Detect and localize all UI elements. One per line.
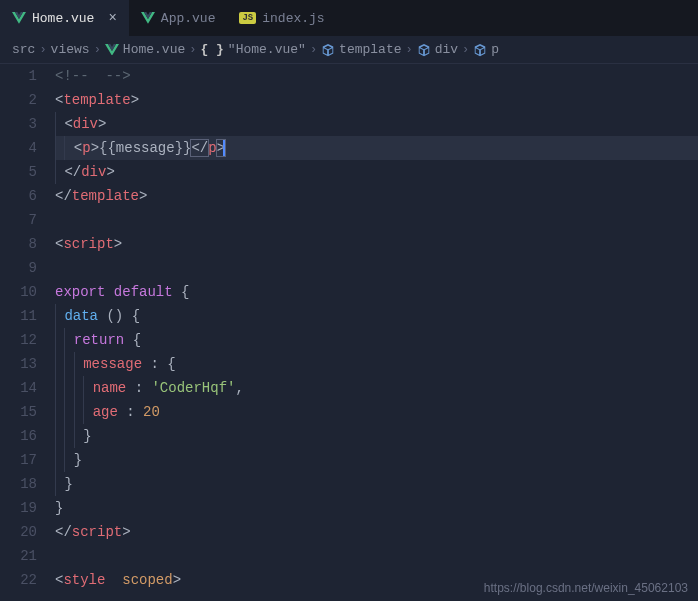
vue-icon <box>12 12 26 24</box>
code-token: scoped <box>122 572 172 588</box>
code-token: { <box>181 284 189 300</box>
code-token: } <box>74 452 82 468</box>
chevron-right-icon: › <box>462 43 469 57</box>
tab-label: App.vue <box>161 11 216 26</box>
code-token: } <box>64 476 72 492</box>
cube-icon <box>321 43 335 57</box>
code-token: style <box>63 572 105 588</box>
breadcrumb: src › views › Home.vue › { } "Home.vue" … <box>0 36 698 64</box>
code-token: {{message}} <box>99 140 191 156</box>
code-token: > <box>98 116 106 132</box>
code-token: div <box>81 164 106 180</box>
code-token: default <box>114 284 173 300</box>
chevron-right-icon: › <box>189 43 196 57</box>
cursor <box>223 139 225 157</box>
tab-app-vue[interactable]: App.vue <box>129 0 228 36</box>
code-token: </ <box>55 188 72 204</box>
code-token: < <box>64 116 72 132</box>
code-token: : <box>126 404 134 420</box>
tab-label: Home.vue <box>32 11 94 26</box>
code-token: } <box>83 428 91 444</box>
code-token: : <box>150 356 158 372</box>
code-area[interactable]: <!-- --> <template> <div> <p>{{message}}… <box>55 64 698 597</box>
breadcrumb-item[interactable]: src <box>12 42 35 57</box>
tab-label: index.js <box>262 11 324 26</box>
cube-icon <box>473 43 487 57</box>
breadcrumb-item[interactable]: div <box>435 42 458 57</box>
breadcrumb-item[interactable]: "Home.vue" <box>228 42 306 57</box>
code-token: age <box>93 404 118 420</box>
code-token: , <box>235 380 243 396</box>
tab-home-vue[interactable]: Home.vue × <box>0 0 129 36</box>
code-token: <!-- <box>55 68 89 84</box>
tab-index-js[interactable]: JS index.js <box>227 0 336 36</box>
chevron-right-icon: › <box>310 43 317 57</box>
code-token: return <box>74 332 124 348</box>
vue-icon <box>141 12 155 24</box>
code-token: script <box>63 236 113 252</box>
code-token: { <box>132 308 140 324</box>
chevron-right-icon: › <box>406 43 413 57</box>
code-token: p <box>82 140 90 156</box>
code-token: </ <box>55 524 72 540</box>
code-token: > <box>114 236 122 252</box>
code-token: { <box>133 332 141 348</box>
code-token: name <box>93 380 127 396</box>
code-token: export <box>55 284 105 300</box>
code-token: div <box>73 116 98 132</box>
code-token: > <box>131 92 139 108</box>
code-token: </ <box>64 164 81 180</box>
code-token: > <box>106 164 114 180</box>
code-token: > <box>122 524 130 540</box>
chevron-right-icon: › <box>39 43 46 57</box>
code-token: template <box>63 92 130 108</box>
braces-icon: { } <box>200 42 223 57</box>
code-token: } <box>55 500 63 516</box>
code-token: message <box>83 356 142 372</box>
breadcrumb-item[interactable]: template <box>339 42 401 57</box>
code-token: --> <box>105 68 130 84</box>
close-icon[interactable]: × <box>108 10 116 26</box>
code-token: script <box>72 524 122 540</box>
code-editor[interactable]: 12345678910111213141516171819202122 <!--… <box>0 64 698 597</box>
code-token: > <box>91 140 99 156</box>
line-gutter: 12345678910111213141516171819202122 <box>0 64 55 597</box>
code-token: > <box>173 572 181 588</box>
code-token: 20 <box>143 404 160 420</box>
code-token: </ <box>191 140 208 156</box>
breadcrumb-item[interactable]: views <box>51 42 90 57</box>
js-icon: JS <box>239 12 256 24</box>
code-token: () <box>106 308 123 324</box>
watermark: https://blog.csdn.net/weixin_45062103 <box>484 581 688 595</box>
breadcrumb-item[interactable]: Home.vue <box>123 42 185 57</box>
code-token: 'CoderHqf' <box>151 380 235 396</box>
breadcrumb-item[interactable]: p <box>491 42 499 57</box>
code-token: p <box>208 140 216 156</box>
code-token: data <box>64 308 98 324</box>
code-token: { <box>167 356 175 372</box>
code-token: < <box>74 140 82 156</box>
editor-tabs: Home.vue × App.vue JS index.js <box>0 0 698 36</box>
chevron-right-icon: › <box>94 43 101 57</box>
cube-icon <box>417 43 431 57</box>
code-token: : <box>135 380 143 396</box>
vue-icon <box>105 44 119 56</box>
code-token: template <box>72 188 139 204</box>
code-token: > <box>139 188 147 204</box>
